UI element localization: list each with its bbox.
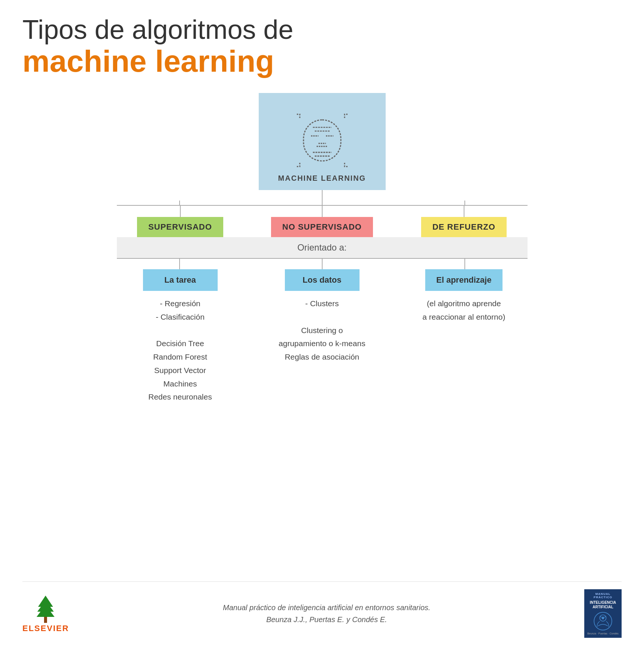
title-line1: Tipos de algoritmos de (22, 15, 622, 44)
book-title: Manual práctico de inteligencia artifici… (69, 602, 584, 614)
tarea-line1: - Regresión- ClasificaciónDecisión TreeR… (148, 299, 212, 401)
elsevier-logo: ELSEVIER (22, 594, 69, 633)
title-line2: machine learning (22, 44, 622, 78)
horiz-level2-line (117, 258, 528, 259)
svg-point-15 (602, 617, 604, 620)
horiz-main-line (117, 205, 528, 206)
vert-supervisado (180, 206, 181, 217)
col-datos: Los datos - ClustersClustering oagrupami… (259, 269, 386, 404)
svg-rect-9 (44, 616, 47, 623)
node-no-supervisado: NO SUPERVISADO (271, 217, 373, 237)
vert-refuerzo (464, 206, 464, 217)
aprendizaje-line1: (el algoritmo aprendea reaccionar al ent… (423, 299, 505, 321)
book-authors: Beunza J.J., Puertas E. y Condés E. (69, 614, 584, 625)
col-no-supervisado: NO SUPERVISADO (259, 206, 386, 237)
datos-line1: - ClustersClustering oagrupamiento o k-m… (279, 299, 365, 361)
col-refuerzo: DE REFUERZO (401, 206, 528, 237)
top-node: MACHINE LEARNING (259, 93, 386, 190)
content-datos: - ClustersClustering oagrupamiento o k-m… (279, 297, 365, 363)
diagram-area: MACHINE LEARNING (22, 93, 622, 566)
page-wrapper: Tipos de algoritmos de machine learning (0, 0, 644, 649)
level1-branches: SUPERVISADO NO SUPERVISADO DE REFUERZO (117, 206, 528, 237)
vert-no-supervisado (322, 206, 323, 217)
col-supervisado: SUPERVISADO (117, 206, 244, 237)
ml-label: MACHINE LEARNING (278, 174, 366, 183)
node-aprendizaje: El aprendizaje (425, 269, 503, 291)
node-datos: Los datos (285, 269, 360, 291)
elsevier-text: ELSEVIER (22, 624, 69, 633)
node-supervisado: SUPERVISADO (137, 217, 223, 237)
node-tarea: La tarea (143, 269, 218, 291)
level2-row: La tarea - Regresión- ClasificaciónDecis… (117, 269, 528, 404)
elsevier-tree-icon (31, 594, 60, 624)
ml-face-icon (292, 111, 352, 170)
col-tarea: La tarea - Regresión- ClasificaciónDecis… (117, 269, 244, 404)
diagram-container: MACHINE LEARNING (61, 93, 584, 404)
orientado-section: Orientado a: La tarea - Regresió (117, 237, 528, 404)
content-aprendizaje: (el algoritmo aprendea reaccionar al ent… (423, 297, 505, 323)
footer: ELSEVIER Manual práctico de inteligencia… (22, 581, 622, 638)
footer-center: Manual práctico de inteligencia artifici… (69, 602, 584, 625)
col-aprendizaje: El aprendizaje (el algoritmo aprendea re… (401, 269, 528, 404)
book-cover-icon (592, 612, 614, 631)
svg-rect-0 (304, 120, 341, 161)
book-cover: MANUAL PRÁCTICO INTELIGENCIAARTIFICIAL B… (584, 589, 622, 638)
orientado-banner: Orientado a: (117, 237, 528, 258)
node-refuerzo: DE REFUERZO (421, 217, 507, 237)
content-tarea: - Regresión- ClasificaciónDecisión TreeR… (148, 297, 212, 404)
title-section: Tipos de algoritmos de machine learning (22, 15, 622, 78)
